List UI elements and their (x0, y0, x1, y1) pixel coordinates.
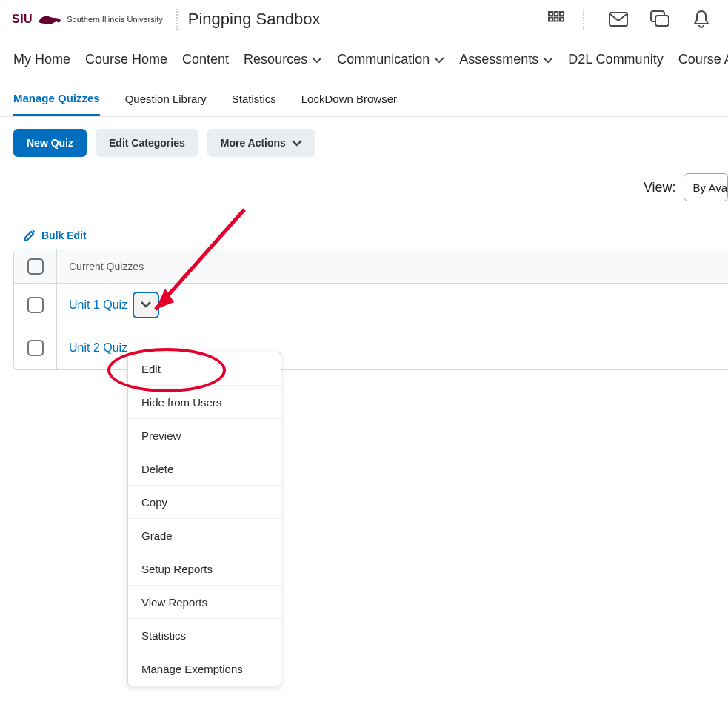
svg-rect-8 (655, 16, 669, 26)
pencil-icon (24, 230, 36, 241)
nav-my-home[interactable]: My Home (13, 52, 70, 67)
tab-lockdown-browser[interactable]: LockDown Browser (301, 83, 397, 115)
chevron-down-icon (141, 301, 151, 308)
menu-view-reports[interactable]: View Reports (128, 586, 281, 619)
new-quiz-button[interactable]: New Quiz (13, 129, 87, 157)
view-row: View: By Ava (0, 157, 728, 201)
chat-icon[interactable] (649, 9, 670, 30)
svg-rect-1 (555, 12, 558, 16)
svg-rect-4 (555, 17, 558, 21)
mail-icon[interactable] (608, 9, 629, 30)
nav-communication[interactable]: Communication (337, 52, 444, 67)
tab-statistics[interactable]: Statistics (232, 83, 276, 115)
chevron-down-icon (292, 140, 302, 147)
edit-categories-button[interactable]: Edit Categories (96, 129, 198, 157)
main-nav: My Home Course Home Content Resources Co… (0, 38, 728, 81)
row-checkbox[interactable] (27, 297, 44, 313)
nav-label: Communication (337, 52, 430, 67)
nav-course-home[interactable]: Course Home (85, 52, 167, 67)
bulk-edit-link[interactable]: Bulk Edit (0, 201, 728, 249)
tab-question-library[interactable]: Question Library (125, 83, 207, 115)
logo-area: SIU Southern Illinois University (12, 13, 163, 26)
svg-rect-2 (560, 12, 564, 16)
top-bar: SIU Southern Illinois University Pingpin… (0, 0, 728, 38)
svg-line-9 (33, 230, 35, 232)
menu-edit[interactable]: Edit (128, 352, 281, 386)
menu-copy[interactable]: Copy (128, 486, 281, 519)
quiz-link[interactable]: Unit 2 Quiz (69, 341, 127, 355)
topbar-icons (546, 9, 716, 30)
nav-label: My Home (13, 52, 70, 67)
bell-icon[interactable] (691, 9, 712, 30)
nav-label: D2L Community (568, 52, 663, 67)
table-header: Current Quizzes (14, 249, 728, 284)
nav-label: Content (182, 52, 229, 67)
nav-resources[interactable]: Resources (244, 52, 322, 67)
menu-delete[interactable]: Delete (128, 452, 281, 486)
nav-content[interactable]: Content (182, 52, 229, 67)
view-select[interactable]: By Ava (684, 173, 728, 201)
quiz-subtabs: Manage Quizzes Question Library Statisti… (0, 81, 728, 117)
nav-assessments[interactable]: Assessments (459, 52, 553, 67)
quiz-context-menu: Edit Hide from Users Preview Delete Copy… (127, 352, 281, 686)
chevron-down-icon (434, 57, 444, 64)
view-label: View: (644, 180, 676, 195)
more-actions-label: More Actions (221, 137, 286, 149)
divider (583, 9, 584, 30)
menu-setup-reports[interactable]: Setup Reports (128, 552, 281, 586)
nav-course-admin[interactable]: Course Admin (678, 52, 728, 67)
apps-grid-icon[interactable] (546, 9, 567, 30)
nav-label: Course Home (85, 52, 167, 67)
action-row: New Quiz Edit Categories More Actions (0, 117, 728, 157)
select-all-checkbox[interactable] (27, 258, 44, 275)
menu-grade[interactable]: Grade (128, 519, 281, 552)
menu-statistics[interactable]: Statistics (128, 619, 281, 652)
svg-rect-6 (610, 13, 627, 26)
menu-preview[interactable]: Preview (128, 419, 281, 452)
menu-hide-from-users[interactable]: Hide from Users (128, 386, 281, 419)
quiz-link[interactable]: Unit 1 Quiz (69, 298, 127, 312)
tab-manage-quizzes[interactable]: Manage Quizzes (13, 82, 100, 116)
course-title: Pingping Sandbox (188, 10, 321, 29)
university-name: Southern Illinois University (67, 15, 163, 24)
svg-rect-5 (560, 17, 564, 21)
nav-d2l-community[interactable]: D2L Community (568, 52, 663, 67)
nav-label: Course Admin (678, 52, 728, 67)
more-actions-button[interactable]: More Actions (207, 129, 315, 157)
nav-label: Resources (244, 52, 307, 67)
quiz-table: Current Quizzes Unit 1 Quiz Unit 2 Quiz (13, 249, 728, 370)
nav-label: Assessments (459, 52, 538, 67)
chevron-down-icon (543, 57, 553, 64)
svg-rect-0 (549, 12, 552, 16)
table-row: Unit 1 Quiz (14, 284, 728, 326)
bulk-edit-label: Bulk Edit (41, 230, 87, 241)
siu-saluki-icon (37, 13, 62, 26)
divider (176, 9, 178, 30)
chevron-down-icon (312, 57, 322, 64)
row-checkbox[interactable] (27, 340, 44, 356)
menu-manage-exemptions[interactable]: Manage Exemptions (128, 652, 281, 686)
svg-rect-3 (549, 17, 552, 21)
table-row: Unit 2 Quiz (14, 326, 728, 369)
view-selected-value: By Ava (693, 181, 727, 194)
quiz-actions-dropdown-button[interactable] (133, 292, 159, 318)
table-header-label: Current Quizzes (57, 261, 144, 272)
logo-abbrev: SIU (12, 13, 33, 26)
